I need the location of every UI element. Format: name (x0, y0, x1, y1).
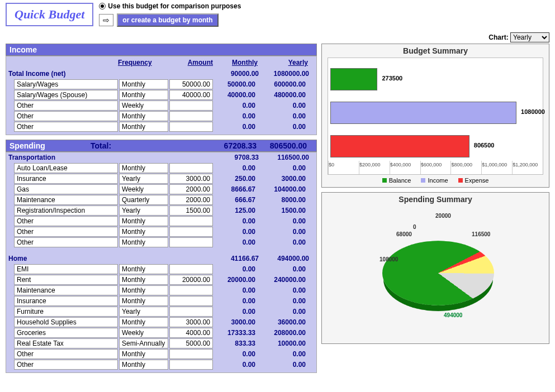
row-amount-input[interactable] (169, 237, 213, 247)
spending-header: Spending Total: 67208.33 806500.00 (6, 140, 317, 152)
spending-summary-chart: Spending Summary 20000 0 68000 108000 11… (321, 192, 549, 344)
row-freq-input[interactable]: Monthly (119, 296, 168, 306)
row-name-input[interactable]: Other (14, 101, 118, 111)
legend-item: Expense (458, 177, 489, 184)
comparison-radio[interactable]: Use this budget for comparison purposes (99, 2, 241, 10)
row-name-input[interactable]: Other (14, 349, 118, 359)
row-freq-input[interactable]: Monthly (119, 216, 168, 226)
row-amount-input[interactable]: 1500.00 (169, 205, 213, 216)
spending-row: Registration/Inspection Yearly 1500.00 1… (6, 205, 316, 216)
row-name-input[interactable]: Other (14, 122, 118, 132)
row-name-input[interactable]: Auto Loan/Lease (14, 163, 118, 173)
chart-bar-label: 1080000 (521, 108, 545, 115)
spending-row: Gas Weekly 2000.00 8666.67 104000.00 (6, 184, 316, 194)
row-freq-input[interactable]: Monthly (119, 317, 168, 327)
row-amount-input[interactable]: 40000.00 (169, 90, 213, 100)
spending-row: Other Monthly 0.00 0.00 (6, 216, 316, 226)
row-amount-input[interactable]: 2000.00 (169, 184, 213, 194)
row-freq-input[interactable]: Yearly (119, 174, 168, 184)
row-amount-input[interactable] (169, 285, 213, 295)
spending-row: EMI Monthly 0.00 0.00 (6, 264, 316, 274)
arrow-right-icon: ⇨ (99, 14, 113, 26)
row-amount-input[interactable] (169, 216, 213, 226)
income-row: Other Monthly 0.00 0.00 (6, 111, 316, 121)
row-amount-input[interactable]: 3000.00 (169, 174, 213, 184)
row-name-input[interactable]: Real Estate Tax (14, 338, 118, 348)
spending-row: Maintenance Monthly 0.00 0.00 (6, 285, 316, 295)
row-freq-input[interactable]: Monthly (119, 275, 168, 285)
chart-bar-label: 273500 (382, 75, 402, 82)
income-row: Other Weekly 0.00 0.00 (6, 101, 316, 111)
chart-bar (330, 68, 377, 90)
row-freq-input[interactable]: Weekly (119, 184, 168, 194)
spending-row: Insurance Yearly 3000.00 250.00 3000.00 (6, 174, 316, 184)
row-freq-input[interactable]: Monthly (119, 111, 168, 121)
row-freq-input[interactable]: Monthly (119, 349, 168, 359)
spending-row: Insurance Monthly 0.00 0.00 (6, 296, 316, 306)
spending-row: Maintenance Quarterly 2000.00 666.67 800… (6, 195, 316, 205)
row-amount-input[interactable] (169, 111, 213, 121)
income-header: Income (6, 44, 317, 56)
spending-row: Household Supplies Monthly 3000.00 3000.… (6, 317, 316, 327)
row-amount-input[interactable]: 5000.00 (169, 338, 213, 348)
row-amount-input[interactable] (169, 296, 213, 306)
create-budget-button[interactable]: or create a budget by month (117, 13, 218, 27)
row-name-input[interactable]: Rent (14, 275, 118, 285)
row-name-input[interactable]: Other (14, 360, 118, 370)
row-name-input[interactable]: Insurance (14, 174, 118, 184)
row-name-input[interactable]: Insurance (14, 296, 118, 306)
chart-period-select[interactable]: Yearly (510, 32, 549, 42)
row-freq-input[interactable]: Monthly (119, 90, 168, 100)
row-amount-input[interactable] (169, 349, 213, 359)
row-amount-input[interactable] (169, 101, 213, 111)
pie-chart (382, 241, 494, 305)
budget-summary-chart: Budget Summary 2735001080000806500$0$200… (321, 44, 549, 188)
chart-bar-label: 806500 (474, 142, 495, 149)
row-amount-input[interactable]: 50000.00 (169, 79, 213, 89)
row-name-input[interactable]: Groceries (14, 328, 118, 338)
spending-group-header: Transportation9708.33116500.00 (6, 152, 316, 162)
row-amount-input[interactable] (169, 264, 213, 274)
row-name-input[interactable]: Maintenance (14, 285, 118, 295)
row-freq-input[interactable]: Yearly (119, 205, 168, 216)
row-freq-input[interactable]: Weekly (119, 101, 168, 111)
row-freq-input[interactable]: Semi-Annually (119, 338, 168, 348)
row-freq-input[interactable]: Monthly (119, 79, 168, 89)
row-name-input[interactable]: Furniture (14, 307, 118, 317)
row-freq-input[interactable]: Monthly (119, 227, 168, 237)
income-row: Other Monthly 0.00 0.00 (6, 122, 316, 132)
row-name-input[interactable]: Other (14, 237, 118, 247)
row-amount-input[interactable]: 20000.00 (169, 275, 213, 285)
spending-row: Other Monthly 0.00 0.00 (6, 227, 316, 237)
row-name-input[interactable]: Other (14, 216, 118, 226)
row-amount-input[interactable]: 4000.00 (169, 328, 213, 338)
row-name-input[interactable]: Other (14, 111, 118, 121)
row-freq-input[interactable]: Monthly (119, 285, 168, 295)
row-amount-input[interactable]: 3000.00 (169, 317, 213, 327)
row-name-input[interactable]: Gas (14, 184, 118, 194)
row-name-input[interactable]: Salary/Wages (Spouse) (14, 90, 118, 100)
income-row: Salary/Wages (Spouse) Monthly 40000.00 4… (6, 90, 316, 100)
row-name-input[interactable]: Salary/Wages (14, 79, 118, 89)
spending-row: Auto Loan/Lease Monthly 0.00 0.00 (6, 163, 316, 173)
row-name-input[interactable]: Household Supplies (14, 317, 118, 327)
row-freq-input[interactable]: Weekly (119, 328, 168, 338)
row-freq-input[interactable]: Yearly (119, 307, 168, 317)
row-amount-input[interactable] (169, 227, 213, 237)
row-freq-input[interactable]: Monthly (119, 237, 168, 247)
row-name-input[interactable]: Other (14, 227, 118, 237)
row-amount-input[interactable] (169, 307, 213, 317)
row-name-input[interactable]: Maintenance (14, 195, 118, 205)
row-name-input[interactable]: Registration/Inspection (14, 205, 118, 216)
row-amount-input[interactable] (169, 163, 213, 173)
row-freq-input[interactable]: Monthly (119, 264, 168, 274)
row-amount-input[interactable] (169, 360, 213, 370)
row-amount-input[interactable] (169, 122, 213, 132)
row-freq-input[interactable]: Monthly (119, 122, 168, 132)
row-freq-input[interactable]: Monthly (119, 360, 168, 370)
row-amount-input[interactable]: 2000.00 (169, 195, 213, 205)
row-name-input[interactable]: EMI (14, 264, 118, 274)
row-freq-input[interactable]: Quarterly (119, 195, 168, 205)
row-freq-input[interactable]: Monthly (119, 163, 168, 173)
income-column-headers: Frequency Amount Monthly Yearly (6, 56, 316, 69)
